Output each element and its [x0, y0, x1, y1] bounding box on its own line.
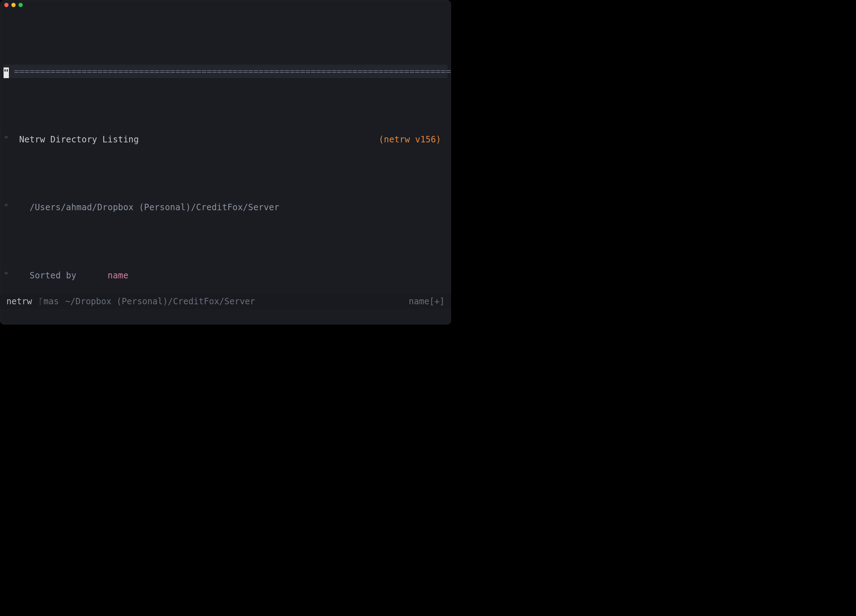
header-title-line: " Netrw Directory Listing(netrw v156) — [3, 133, 448, 146]
titlebar — [0, 0, 451, 10]
editor-content[interactable]: " ======================================… — [0, 10, 451, 324]
header-path-line: " /Users/ahmad/Dropbox (Personal)/Credit… — [3, 201, 448, 214]
cursor: " — [3, 68, 9, 78]
zoom-icon[interactable] — [18, 3, 23, 7]
git-branch-icon: ᚴ — [38, 295, 43, 308]
sorted-by-value: name — [108, 270, 129, 281]
current-path: /Users/ahmad/Dropbox (Personal)/CreditFo… — [29, 202, 279, 212]
header-sortedby-line: " Sorted by name — [3, 269, 448, 282]
close-icon[interactable] — [4, 3, 9, 7]
sorted-by-label: Sorted by — [29, 270, 76, 281]
status-cwd: ~/Dropbox (Personal)/CreditFox/Server — [65, 295, 256, 308]
status-buffer-name: name — [409, 295, 430, 308]
rule-text: ========================================… — [14, 66, 451, 76]
terminal-window: " ======================================… — [0, 0, 451, 324]
status-branch: mas — [43, 295, 59, 308]
status-bar: netrw ᚴ mas ~/Dropbox (Personal)/CreditF… — [0, 294, 451, 309]
status-filetype: netrw — [6, 295, 32, 308]
netrw-title: Netrw Directory Listing — [19, 135, 139, 144]
header-rule-top: " ======================================… — [3, 65, 448, 78]
netrw-version: (netrw v156) — [379, 133, 448, 146]
status-modified-flag: [+] — [430, 295, 445, 308]
minimize-icon[interactable] — [11, 3, 15, 7]
